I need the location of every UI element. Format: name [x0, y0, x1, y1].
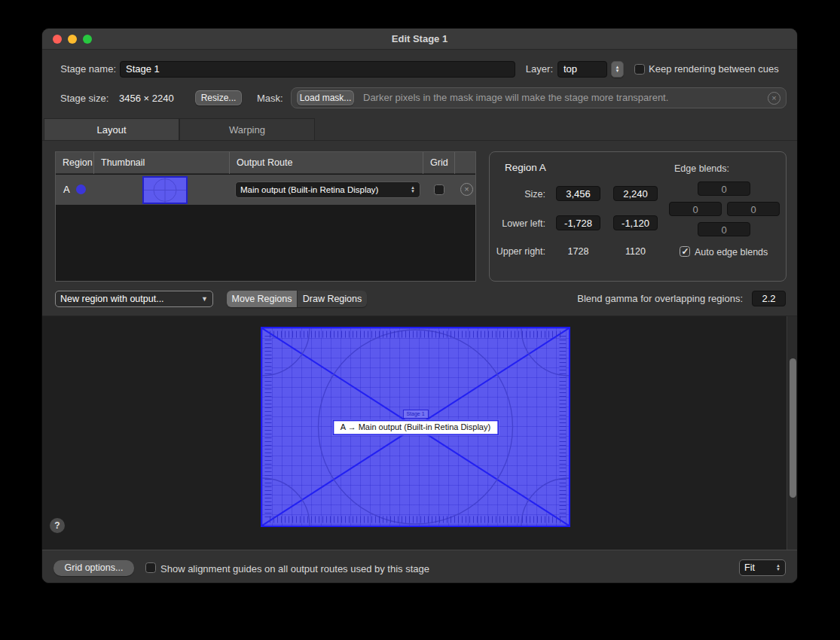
upper-right-label: Upper right: [490, 246, 545, 257]
edge-blends-label: Edge blends: [674, 163, 729, 174]
upper-right-x-value: 1728 [556, 246, 600, 257]
load-mask-button[interactable]: Load mask... [297, 90, 354, 105]
mask-label: Mask: [257, 93, 283, 104]
edge-blend-right-input[interactable]: 0 [727, 202, 780, 216]
lower-left-y-input[interactable]: -1,120 [613, 215, 658, 230]
tab-layout[interactable]: Layout [44, 118, 179, 141]
col-grid: Grid [423, 152, 455, 174]
region-a-panel: Region A Edge blends: Size: 3,456 2,240 … [489, 151, 787, 282]
new-region-dropdown[interactable]: New region with output... ▼ [55, 291, 213, 307]
auto-edge-blends-label: Auto edge blends [695, 247, 768, 258]
tab-layout-label: Layout [96, 124, 126, 136]
region-test-pattern[interactable]: Stage 1 A → Main output (Built-in Retina… [261, 327, 570, 527]
new-region-dropdown-value: New region with output... [60, 294, 201, 304]
canvas-zoom-value: Fit [744, 562, 776, 573]
col-region: Region [56, 152, 94, 174]
canvas-zoom-select[interactable]: Fit ▲▼ [739, 559, 786, 576]
layer-stepper[interactable]: ▲ ▼ [611, 61, 624, 78]
canvas-scrollbar[interactable] [787, 316, 798, 550]
col-thumbnail: Thumbnail [94, 152, 230, 174]
edit-stage-dialog: Edit Stage 1 Stage name: Stage 1 Layer: … [41, 28, 798, 584]
stage-center-label: Stage 1 [402, 410, 428, 419]
title-bar[interactable]: Edit Stage 1 [42, 29, 797, 50]
clear-mask-icon[interactable]: × [768, 92, 780, 105]
blend-gamma-input[interactable]: 2.2 [752, 291, 786, 306]
stage-name-input[interactable]: Stage 1 [120, 61, 515, 78]
mask-field[interactable]: Load mask... Darker pixels in the mask i… [291, 87, 787, 108]
output-route-select[interactable]: Main output (Built-in Retina Display) ▲▼ [235, 181, 420, 198]
upper-right-y-value: 1120 [613, 246, 658, 257]
edge-blend-bottom-input[interactable]: 0 [698, 222, 750, 236]
move-regions-button[interactable]: Move Regions [227, 291, 297, 307]
window-title: Edit Stage 1 [42, 29, 797, 50]
chevron-down-icon: ▼ [201, 295, 208, 303]
regions-table: Region Thumbnail Output Route Grid A Mai… [55, 151, 476, 282]
col-output-route: Output Route [230, 152, 423, 174]
auto-edge-blends-checkbox[interactable] [680, 246, 690, 257]
delete-region-icon[interactable]: × [460, 183, 473, 196]
alignment-guides-label: Show alignment guides on all output rout… [160, 563, 429, 574]
draw-regions-button[interactable]: Draw Regions [297, 291, 367, 307]
region-row-letter: A [63, 184, 70, 195]
select-arrows-icon: ▲▼ [411, 186, 415, 194]
edge-blend-top-input[interactable]: 0 [698, 181, 750, 196]
regions-table-header: Region Thumbnail Output Route Grid [56, 152, 475, 174]
region-panel-title: Region A [505, 162, 546, 173]
size-height-input[interactable]: 2,240 [613, 186, 658, 201]
size-width-input[interactable]: 3,456 [556, 186, 600, 201]
stage-name-label: Stage name: [50, 63, 116, 75]
output-route-value: Main output (Built-in Retina Display) [240, 185, 411, 194]
lower-left-label: Lower left: [493, 218, 545, 229]
edge-blend-left-input[interactable]: 0 [669, 202, 722, 216]
stage-canvas[interactable]: Stage 1 A → Main output (Built-in Retina… [42, 316, 798, 550]
region-color-dot [76, 184, 86, 194]
size-label: Size: [500, 189, 545, 200]
col-actions [455, 152, 475, 174]
alignment-guides-checkbox[interactable] [145, 562, 156, 573]
tab-warping[interactable]: Warping [179, 118, 315, 141]
resize-button[interactable]: Resize... [195, 90, 242, 105]
layer-input[interactable]: top [557, 61, 607, 78]
keep-rendering-checkbox[interactable] [634, 64, 645, 75]
mask-placeholder: Darker pixels in the mask image will mak… [363, 92, 668, 103]
region-route-label[interactable]: A → Main output (Built-in Retina Display… [332, 419, 499, 435]
stage-size-value: 3456 × 2240 [119, 93, 174, 104]
keep-rendering-label: Keep rendering between cues [649, 63, 779, 75]
help-button[interactable]: ? [50, 518, 65, 533]
lower-left-x-input[interactable]: -1,728 [556, 215, 600, 230]
chevron-down-icon: ▼ [615, 69, 620, 74]
tab-divider [42, 140, 797, 141]
select-arrows-icon: ▲▼ [776, 564, 780, 572]
stage-size-label: Stage size: [60, 93, 108, 104]
footer-bar: Grid options... Show alignment guides on… [42, 550, 797, 584]
layer-label: Layer: [500, 63, 553, 75]
region-row[interactable]: A Main output (Built-in Retina Display) … [56, 175, 475, 205]
scrollbar-thumb[interactable] [790, 358, 796, 498]
blend-gamma-label: Blend gamma for overlapping regions: [517, 293, 743, 304]
grid-options-button[interactable]: Grid options... [53, 560, 134, 576]
region-thumbnail [142, 176, 188, 204]
grid-checkbox[interactable] [434, 184, 444, 195]
tab-warping-label: Warping [229, 124, 265, 136]
